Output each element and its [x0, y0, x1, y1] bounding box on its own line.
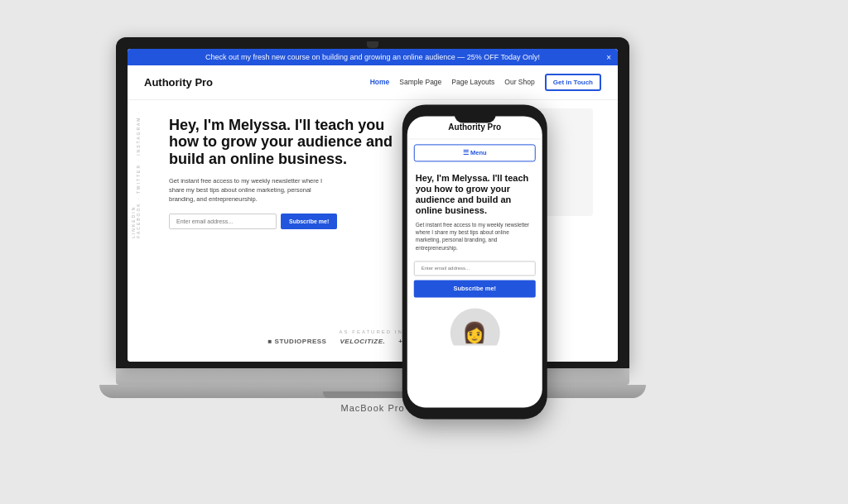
phone-portrait-circle: 👩: [450, 308, 499, 345]
nav-our-shop[interactable]: Our Shop: [504, 78, 534, 86]
subscribe-button[interactable]: Subscribe me!: [281, 214, 337, 229]
phone-menu-button[interactable]: ☰ Menu: [414, 144, 536, 161]
phone-image-preview: 👩: [414, 304, 536, 345]
phone-frame: Authority Pro ☰ Menu Hey, I'm Melyssa. I…: [402, 104, 547, 419]
announcement-close-button[interactable]: ×: [606, 52, 611, 61]
phone-screen: Authority Pro ☰ Menu Hey, I'm Melyssa. I…: [407, 116, 542, 407]
laptop-label: MacBook Pro: [116, 403, 629, 413]
hero-title: Hey, I'm Melyssa. I'll teach you how to …: [169, 117, 401, 168]
phone-notch: [454, 111, 495, 122]
phone-email-input[interactable]: [414, 261, 536, 276]
nav-home[interactable]: Home: [370, 78, 390, 86]
logo-studiopress: ■ STUDIOPRESS: [268, 338, 327, 345]
email-input[interactable]: [169, 214, 277, 229]
laptop: Check out my fresh new course on buildin…: [116, 37, 629, 468]
laptop-screen-outer: Check out my fresh new course on buildin…: [116, 37, 629, 368]
site-header: Authority Pro Home Sample Page Page Layo…: [128, 65, 618, 100]
scene: Check out my fresh new course on buildin…: [0, 0, 848, 504]
logo-velocitize: VELOCITIZE.: [340, 338, 385, 345]
announcement-text: Check out my fresh new course on buildin…: [205, 53, 540, 61]
laptop-notch: [367, 41, 378, 48]
hero-subtitle: Get instant free access to my weekly new…: [169, 176, 335, 204]
nav-page-layouts[interactable]: Page Layouts: [451, 78, 494, 86]
site-logo: Authority Pro: [144, 76, 213, 89]
laptop-base: [116, 368, 629, 385]
nav-cta-button[interactable]: Get in Touch: [545, 74, 601, 91]
phone-hero-subtitle: Get instant free access to my weekly new…: [407, 222, 542, 258]
site-nav: Home Sample Page Page Layouts Our Shop G…: [370, 74, 601, 91]
phone-hero-title: Hey, I'm Melyssa. I'll teach you how to …: [407, 166, 542, 222]
phone: Authority Pro ☰ Menu Hey, I'm Melyssa. I…: [402, 104, 547, 419]
phone-subscribe-button[interactable]: Subscribe me!: [414, 280, 536, 297]
laptop-bottom: [99, 385, 646, 398]
phone-logo: Authority Pro: [416, 122, 534, 132]
announcement-bar: Check out my fresh new course on buildin…: [128, 49, 618, 65]
phone-site: Authority Pro ☰ Menu Hey, I'm Melyssa. I…: [407, 116, 542, 407]
nav-sample-page[interactable]: Sample Page: [399, 78, 441, 86]
